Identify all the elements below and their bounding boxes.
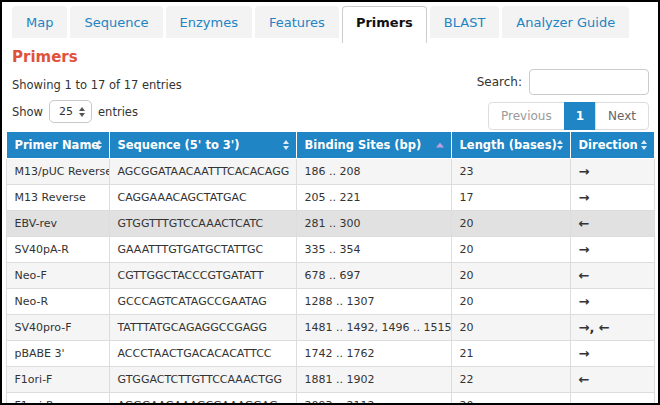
column-label: Length (bases) [460, 138, 557, 152]
cell-direction: ← [570, 211, 654, 237]
cell-direction: ← [570, 367, 654, 393]
cell-binding-sites: 1881 .. 1902 [296, 367, 451, 393]
pagination: Previous 1 Next [489, 102, 649, 130]
column-header-direction[interactable]: Direction [570, 132, 654, 159]
cell-primer-name: Neo-R [6, 289, 109, 315]
cell-binding-sites: 1481 .. 1492, 1496 .. 1515 [296, 315, 451, 341]
table-row[interactable]: Neo-FCGTTGGCTACCCGTGATATT678 .. 69720← [6, 263, 654, 289]
table-row[interactable]: SV40pro-FTATTTATGCAGAGGCCGAGG1481 .. 149… [6, 315, 654, 341]
sort-ascending-icon [436, 143, 444, 148]
cell-primer-name: M13/pUC Reverse [6, 159, 109, 185]
cell-direction: → [570, 341, 654, 367]
page-size-value: 25 [59, 105, 73, 118]
cell-binding-sites: 678 .. 697 [296, 263, 451, 289]
entries-label: entries [98, 105, 138, 119]
table-row[interactable]: M13 ReverseCAGGAAACAGCTATGAC205 .. 22117… [6, 185, 654, 211]
cell-binding-sites: 2093 .. 2112 [296, 393, 451, 405]
tab-bar: MapSequenceEnzymesFeaturesPrimersBLASTAn… [2, 2, 658, 43]
current-page-button[interactable]: 1 [564, 102, 596, 130]
table-header-row: Primer NameSequence (5' to 3')Binding Si… [6, 132, 654, 159]
cell-length: 20 [451, 315, 570, 341]
tab-map[interactable]: Map [12, 6, 67, 38]
cell-primer-name: SV40pro-F [6, 315, 109, 341]
tab-primers[interactable]: Primers [342, 6, 427, 43]
primers-table: Primer NameSequence (5' to 3')Binding Si… [6, 131, 655, 405]
cell-binding-sites: 1288 .. 1307 [296, 289, 451, 315]
cell-direction: ← [570, 263, 654, 289]
search-label: Search: [477, 75, 522, 89]
cell-direction: → [570, 237, 654, 263]
column-label: Sequence (5' to 3') [118, 138, 240, 152]
page-title: Primers [12, 48, 658, 66]
cell-sequence: GTGGACTCTTGTTCCAAACTGG [109, 367, 296, 393]
cell-binding-sites: 186 .. 208 [296, 159, 451, 185]
cell-direction: → [570, 393, 654, 405]
cell-sequence: AGCGGATAACAATTTCACACAGG [109, 159, 296, 185]
cell-direction: → [570, 185, 654, 211]
table-row[interactable]: Neo-RGCCCAGTCATAGCCGAATAG1288 .. 130720→ [6, 289, 654, 315]
cell-primer-name: F1ori-R [6, 393, 109, 405]
show-label: Show [12, 105, 43, 119]
cell-sequence: GCCCAGTCATAGCCGAATAG [109, 289, 296, 315]
cell-sequence: ACCCTAACTGACACACATTCC [109, 341, 296, 367]
search-control: Search: [477, 69, 649, 95]
tab-blast[interactable]: BLAST [430, 6, 500, 38]
cell-length: 22 [451, 367, 570, 393]
cell-length: 17 [451, 185, 570, 211]
cell-binding-sites: 335 .. 354 [296, 237, 451, 263]
select-stepper-icon [79, 107, 85, 117]
cell-sequence: AGGGAAGAAAGCGAAAGGAG [109, 393, 296, 405]
cell-binding-sites: 1742 .. 1762 [296, 341, 451, 367]
cell-binding-sites: 281 .. 300 [296, 211, 451, 237]
tab-enzymes[interactable]: Enzymes [166, 6, 252, 38]
cell-sequence: TATTTATGCAGAGGCCGAGG [109, 315, 296, 341]
column-header-sequence-5-to-3[interactable]: Sequence (5' to 3') [109, 132, 296, 159]
table-row[interactable]: pBABE 3'ACCCTAACTGACACACATTCC1742 .. 176… [6, 341, 654, 367]
column-label: Binding Sites (bp) [305, 138, 422, 152]
cell-sequence: GTGGTTTGTCCAAACTCATC [109, 211, 296, 237]
tab-analyzer-guide[interactable]: Analyzer Guide [502, 6, 629, 38]
cell-direction: → [570, 289, 654, 315]
cell-primer-name: pBABE 3' [6, 341, 109, 367]
table-row[interactable]: F1ori-FGTGGACTCTTGTTCCAAACTGG1881 .. 190… [6, 367, 654, 393]
cell-sequence: GAAATTTGTGATGCTATTGC [109, 237, 296, 263]
table-row[interactable]: EBV-revGTGGTTTGTCCAAACTCATC281 .. 30020← [6, 211, 654, 237]
column-label: Primer Name [15, 138, 100, 152]
column-header-length-bases[interactable]: Length (bases) [451, 132, 570, 159]
column-header-binding-sites-bp[interactable]: Binding Sites (bp) [296, 132, 451, 159]
cell-binding-sites: 205 .. 221 [296, 185, 451, 211]
next-page-button[interactable]: Next [595, 102, 649, 130]
cell-length: 20 [451, 289, 570, 315]
cell-direction: → [570, 159, 654, 185]
table-row[interactable]: F1ori-RAGGGAAGAAAGCGAAAGGAG2093 .. 21122… [6, 393, 654, 405]
cell-length: 23 [451, 159, 570, 185]
page-size-select[interactable]: 25 [49, 100, 92, 123]
tab-features[interactable]: Features [255, 6, 339, 38]
sort-icon [283, 140, 289, 150]
column-label: Direction [579, 138, 638, 152]
cell-direction: →, ← [570, 315, 654, 341]
cell-primer-name: SV40pA-R [6, 237, 109, 263]
sort-icon [557, 140, 563, 150]
table-row[interactable]: M13/pUC ReverseAGCGGATAACAATTTCACACAGG18… [6, 159, 654, 185]
cell-primer-name: EBV-rev [6, 211, 109, 237]
sort-icon [96, 140, 102, 150]
table-row[interactable]: SV40pA-RGAAATTTGTGATGCTATTGC335 .. 35420… [6, 237, 654, 263]
cell-length: 20 [451, 263, 570, 289]
cell-primer-name: F1ori-F [6, 367, 109, 393]
cell-length: 21 [451, 341, 570, 367]
cell-length: 20 [451, 393, 570, 405]
sort-icon [641, 140, 647, 150]
cell-primer-name: M13 Reverse [6, 185, 109, 211]
cell-sequence: CAGGAAACAGCTATGAC [109, 185, 296, 211]
cell-length: 20 [451, 237, 570, 263]
cell-primer-name: Neo-F [6, 263, 109, 289]
column-header-primer-name[interactable]: Primer Name [6, 132, 109, 159]
previous-page-button[interactable]: Previous [488, 102, 565, 130]
cell-length: 20 [451, 211, 570, 237]
cell-sequence: CGTTGGCTACCCGTGATATT [109, 263, 296, 289]
search-input[interactable] [529, 69, 649, 95]
tab-sequence[interactable]: Sequence [70, 6, 162, 38]
table-body: M13/pUC ReverseAGCGGATAACAATTTCACACAGG18… [6, 159, 654, 405]
